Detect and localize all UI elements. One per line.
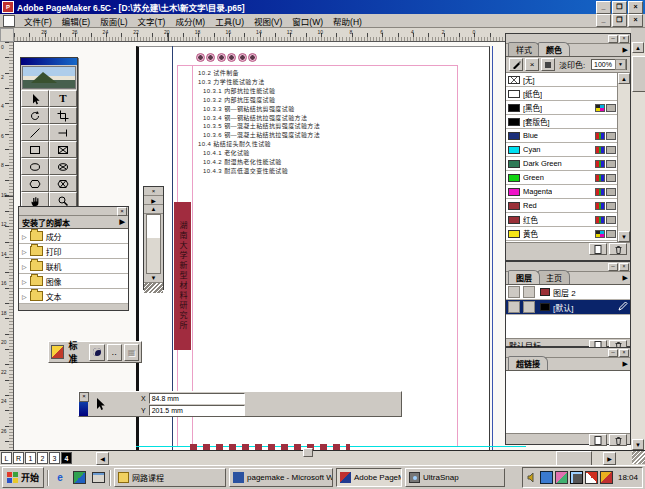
pm-tray-icon[interactable]	[600, 471, 613, 484]
panel-menu-icon[interactable]: ▶	[623, 360, 628, 368]
tool-ellipse-frame[interactable]	[49, 158, 77, 175]
close-icon[interactable]: ×	[619, 349, 629, 357]
script-folder-row[interactable]: ▷ 文本	[19, 289, 128, 304]
doc-close-button[interactable]: ×	[628, 14, 643, 27]
guide-vertical[interactable]	[172, 46, 173, 450]
menu-item[interactable]: 成分(M)	[170, 14, 210, 28]
palette-drag-handle[interactable]: ×	[79, 392, 88, 416]
tool-polygon-frame[interactable]	[49, 175, 77, 192]
menu-item[interactable]: 版面(L)	[95, 14, 132, 28]
page-icon[interactable]: 3	[49, 452, 60, 464]
panel-menu-icon[interactable]: ▶	[623, 46, 628, 54]
palette-menu-icon[interactable]: ▶	[120, 218, 125, 226]
display-icon[interactable]	[540, 471, 553, 484]
scroll-down-icon[interactable]: ▼	[144, 274, 163, 283]
tool-rectangle[interactable]	[21, 141, 49, 158]
scroll-left-icon[interactable]: ◀	[96, 452, 109, 465]
layer-visibility-icon[interactable]	[508, 286, 520, 298]
taskbar-task-button[interactable]: Adobe PageMaker 6.5C - ...	[336, 468, 402, 487]
script-folder-row[interactable]: ▷ 打印	[19, 244, 128, 259]
color-row[interactable]: [套版色]	[506, 115, 630, 129]
fill-icon[interactable]	[541, 58, 555, 71]
expand-triangle-icon[interactable]: ▷	[22, 233, 27, 240]
tab-colors[interactable]: 颜色	[538, 42, 570, 56]
selection-handle[interactable]	[303, 448, 313, 457]
close-icon[interactable]: ×	[619, 263, 629, 271]
minimize-button[interactable]: _	[596, 1, 611, 14]
color-row[interactable]: 黄色	[506, 227, 630, 241]
scrollbar-track[interactable]	[146, 214, 161, 274]
layer-lock-icon[interactable]	[523, 286, 535, 298]
panel-menu-icon[interactable]: ▶	[623, 274, 628, 282]
tool-constrained-line[interactable]	[49, 124, 77, 141]
stroke-icon[interactable]	[509, 58, 523, 71]
palette-close-icon[interactable]: ×	[144, 187, 163, 196]
y-coordinate-field[interactable]: 201.5 mm	[149, 405, 245, 416]
toolbox-title-bar[interactable]	[21, 58, 77, 65]
page-icon[interactable]: 1	[25, 452, 36, 464]
menu-item[interactable]: 文件(F)	[19, 14, 57, 28]
tool-polygon[interactable]	[21, 175, 49, 192]
scroll-down-icon[interactable]: ▼	[632, 439, 644, 450]
channels-icon[interactable]	[71, 470, 87, 486]
expand-triangle-icon[interactable]: ▷	[22, 278, 27, 285]
menu-item[interactable]: 帮助(H)	[328, 14, 367, 28]
menu-item[interactable]: 视图(V)	[249, 14, 287, 28]
page-icon[interactable]: 4	[61, 452, 72, 464]
scroll-right-icon[interactable]: ▶	[603, 452, 616, 465]
start-button[interactable]: 开始	[2, 467, 44, 488]
scroll-up-icon[interactable]: ▲	[632, 42, 644, 53]
x-coordinate-field[interactable]: 84.8 mm	[149, 393, 245, 404]
delete-hyperlink-button[interactable]	[609, 434, 627, 446]
page-icon[interactable]: 2	[37, 452, 48, 464]
color-row[interactable]: 红色	[506, 213, 630, 227]
horizontal-scroll-thumb[interactable]	[556, 451, 592, 466]
moon-button[interactable]	[89, 344, 104, 361]
scroll-up-icon[interactable]: ▲	[618, 73, 630, 84]
page-icon[interactable]: R	[13, 452, 24, 464]
vertical-scroll-thumb[interactable]	[632, 56, 645, 92]
close-icon[interactable]: ×	[619, 35, 629, 43]
layer-row[interactable]: [默认]	[506, 300, 630, 315]
tool-line[interactable]	[21, 124, 49, 141]
color-row[interactable]: [无]	[506, 73, 630, 87]
tool-rotate[interactable]	[21, 107, 49, 124]
delete-color-button[interactable]	[609, 243, 627, 255]
tool-pointer[interactable]	[21, 90, 49, 107]
color-row[interactable]: Magenta	[506, 185, 630, 199]
tab-styles[interactable]: 样式	[508, 42, 540, 56]
expand-triangle-icon[interactable]: ▷	[22, 263, 27, 270]
guide-vertical[interactable]	[192, 65, 193, 446]
palette-menu-icon[interactable]: ▶	[144, 196, 163, 205]
vertical-scrollbar[interactable]: ▲ ▼	[631, 42, 645, 450]
script-folder-row[interactable]: ▷ 联机	[19, 259, 128, 274]
scroll-down-icon[interactable]: ▼	[618, 231, 630, 242]
color-row[interactable]: Cyan	[506, 143, 630, 157]
color-list-scrollbar[interactable]	[617, 73, 630, 242]
color-row[interactable]: Blue	[506, 129, 630, 143]
scripts-title-bar[interactable]: ×	[19, 207, 128, 216]
pen-icon[interactable]	[585, 471, 598, 484]
menu-item[interactable]: 编辑(E)	[57, 14, 95, 28]
color-row[interactable]: [纸色]	[506, 87, 630, 101]
doc-restore-button[interactable]: ❐	[612, 14, 627, 27]
layer-visibility-icon[interactable]	[508, 301, 520, 313]
color-row[interactable]: Red	[506, 199, 630, 213]
layer-lock-icon[interactable]	[523, 301, 535, 313]
internet-explorer-icon[interactable]: e	[52, 470, 68, 486]
color-row[interactable]: [黑色]	[506, 101, 630, 115]
both-icon[interactable]: ×	[525, 58, 539, 71]
guide-vertical[interactable]	[492, 46, 493, 450]
taskbar-task-button[interactable]: pagemake - Microsoft Word	[229, 468, 333, 487]
color-row[interactable]: 蓝色	[506, 241, 630, 243]
guide-vertical[interactable]	[457, 65, 458, 446]
tool-ellipse[interactable]	[21, 158, 49, 175]
resize-grip[interactable]	[144, 283, 163, 293]
color-row[interactable]: Dark Green	[506, 157, 630, 171]
page-icon[interactable]: L	[1, 452, 12, 464]
more-options-button[interactable]: ‥	[107, 344, 122, 361]
expand-triangle-icon[interactable]: ▷	[22, 293, 27, 300]
layer-row[interactable]: 图层 2	[506, 285, 630, 300]
tab-hyperlinks[interactable]: 超链接	[508, 356, 548, 370]
tab-layers[interactable]: 图层	[508, 270, 540, 284]
